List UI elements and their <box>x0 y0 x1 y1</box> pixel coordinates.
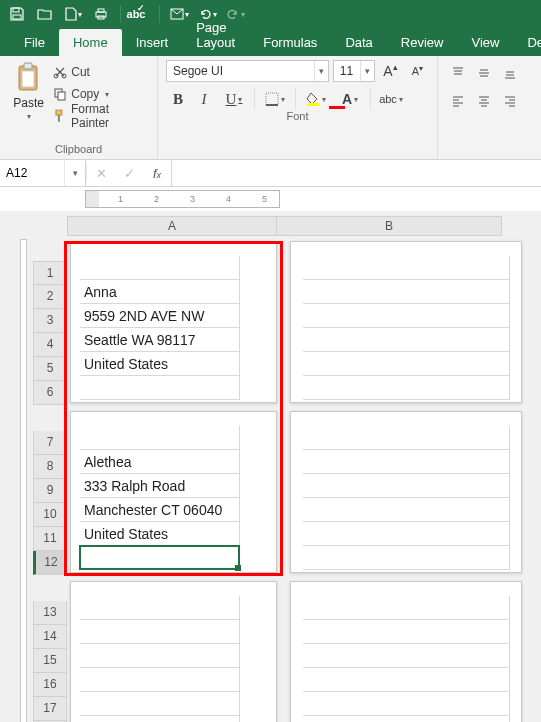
align-center-button[interactable] <box>472 90 496 112</box>
cell[interactable] <box>303 426 510 450</box>
align-bottom-button[interactable] <box>498 62 522 84</box>
font-name-combo[interactable]: Segoe UI ▾ <box>166 60 329 82</box>
cell[interactable] <box>303 450 510 474</box>
cell[interactable] <box>303 352 510 376</box>
row-header[interactable]: 13 <box>33 601 67 625</box>
row-header[interactable]: 3 <box>33 309 67 333</box>
cell[interactable] <box>80 644 240 668</box>
tab-file[interactable]: File <box>10 29 59 56</box>
cell-range[interactable] <box>303 426 510 570</box>
tab-insert[interactable]: Insert <box>122 29 183 56</box>
redo-icon[interactable]: ▾ <box>224 3 246 25</box>
fx-icon[interactable]: fx <box>143 166 171 181</box>
cell[interactable] <box>303 256 510 280</box>
align-top-button[interactable] <box>446 62 470 84</box>
cell[interactable] <box>80 546 240 570</box>
column-header-b[interactable]: B <box>277 216 502 236</box>
cell[interactable] <box>80 620 240 644</box>
row-header[interactable]: 8 <box>33 455 67 479</box>
paste-button[interactable]: Paste ▾ <box>13 62 44 121</box>
align-right-button[interactable] <box>498 90 522 112</box>
tab-formulas[interactable]: Formulas <box>249 29 331 56</box>
row-header[interactable]: 4 <box>33 333 67 357</box>
cell-range[interactable] <box>303 256 510 400</box>
cell[interactable]: Manchester CT 06040 <box>80 498 240 522</box>
cell[interactable]: 9559 2ND AVE NW <box>80 304 240 328</box>
cell[interactable] <box>80 692 240 716</box>
row-header[interactable]: 15 <box>33 649 67 673</box>
row-header[interactable]: 7 <box>33 431 67 455</box>
font-color-button[interactable]: A▾ <box>334 88 366 110</box>
cell[interactable]: United States <box>80 522 240 546</box>
cell[interactable] <box>303 304 510 328</box>
spellcheck-icon[interactable]: abc✓ <box>129 3 151 25</box>
cell[interactable] <box>303 546 510 570</box>
chevron-down-icon[interactable]: ▾ <box>64 160 85 186</box>
decrease-font-button[interactable]: A▾ <box>406 60 429 82</box>
align-left-button[interactable] <box>446 90 470 112</box>
cut-button[interactable]: Cut <box>53 62 149 82</box>
row-header[interactable]: 11 <box>33 527 67 551</box>
format-painter-button[interactable]: Format Painter <box>53 106 149 126</box>
font-size-combo[interactable]: 11 ▾ <box>333 60 375 82</box>
italic-button[interactable]: I <box>192 88 216 110</box>
cell-range[interactable] <box>303 596 510 722</box>
cell[interactable] <box>303 280 510 304</box>
cell[interactable] <box>80 426 240 450</box>
cell-range[interactable] <box>80 596 240 722</box>
tab-review[interactable]: Review <box>387 29 458 56</box>
row-header[interactable]: 5 <box>33 357 67 381</box>
row-header[interactable]: 9 <box>33 479 67 503</box>
tab-developer[interactable]: Dev <box>513 29 541 56</box>
align-middle-button[interactable] <box>472 62 496 84</box>
cell-range[interactable]: Anna9559 2ND AVE NWSeattle WA 98117Unite… <box>80 256 240 400</box>
row-header[interactable]: 16 <box>33 673 67 697</box>
cell[interactable] <box>303 376 510 400</box>
cell[interactable] <box>303 522 510 546</box>
cell-range[interactable]: Alethea333 Ralph RoadManchester CT 06040… <box>80 426 240 570</box>
new-file-icon[interactable]: ▾ <box>62 3 84 25</box>
cell[interactable]: Alethea <box>80 450 240 474</box>
cell[interactable] <box>80 596 240 620</box>
row-header[interactable]: 6 <box>33 381 67 405</box>
cell[interactable] <box>80 716 240 722</box>
row-header[interactable]: 14 <box>33 625 67 649</box>
name-box[interactable]: ▾ <box>0 160 86 186</box>
cell[interactable] <box>303 474 510 498</box>
folder-open-icon[interactable] <box>34 3 56 25</box>
quick-print-icon[interactable] <box>90 3 112 25</box>
copy-button[interactable]: Copy ▾ <box>53 84 149 104</box>
row-header[interactable]: 17 <box>33 697 67 721</box>
phonetic-guide-button[interactable]: abc▾ <box>375 88 407 110</box>
tab-view[interactable]: View <box>457 29 513 56</box>
row-header[interactable]: 10 <box>33 503 67 527</box>
increase-font-button[interactable]: A▴ <box>379 60 402 82</box>
cell[interactable]: United States <box>80 352 240 376</box>
cell[interactable] <box>80 376 240 400</box>
bold-button[interactable]: B <box>166 88 190 110</box>
cell[interactable] <box>303 644 510 668</box>
cell[interactable] <box>303 668 510 692</box>
cell[interactable] <box>303 620 510 644</box>
cell[interactable] <box>303 328 510 352</box>
row-header[interactable]: 1 <box>33 261 67 285</box>
formula-input[interactable] <box>172 160 541 186</box>
cell[interactable] <box>303 596 510 620</box>
cell[interactable] <box>303 498 510 522</box>
column-header-a[interactable]: A <box>67 216 277 236</box>
row-header[interactable]: 2 <box>33 285 67 309</box>
cell[interactable] <box>303 716 510 722</box>
underline-button[interactable]: U▾ <box>218 88 250 110</box>
save-icon[interactable] <box>6 3 28 25</box>
cell[interactable] <box>80 668 240 692</box>
cell[interactable]: 333 Ralph Road <box>80 474 240 498</box>
cell[interactable]: Anna <box>80 280 240 304</box>
row-header[interactable]: 12 <box>33 551 67 575</box>
cell[interactable] <box>303 692 510 716</box>
tab-data[interactable]: Data <box>331 29 386 56</box>
borders-button[interactable]: ▾ <box>259 88 291 110</box>
name-box-input[interactable] <box>0 166 64 180</box>
tab-home[interactable]: Home <box>59 29 122 56</box>
fill-color-button[interactable]: ▾ <box>300 88 332 110</box>
cell[interactable]: Seattle WA 98117 <box>80 328 240 352</box>
